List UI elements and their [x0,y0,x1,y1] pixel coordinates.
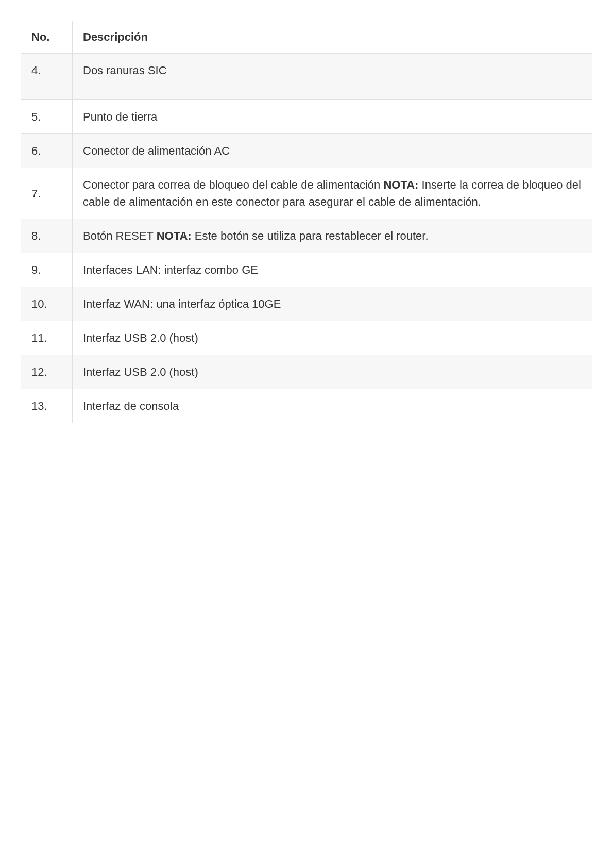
cell-no: 8. [21,219,73,253]
table-row: 4.Dos ranuras SIC [21,54,592,100]
cell-desc: Punto de tierra [73,100,592,134]
desc-text: Conector para correa de bloqueo del cabl… [83,178,383,191]
desc-text: Interfaz USB 2.0 (host) [83,331,198,344]
cell-desc: Interfaces LAN: interfaz combo GE [73,253,592,287]
desc-text: Interfaz USB 2.0 (host) [83,365,198,378]
table-row: 9.Interfaces LAN: interfaz combo GE [21,253,592,287]
desc-text: Conector de alimentación AC [83,144,230,157]
cell-no: 13. [21,389,73,423]
table-row: 6.Conector de alimentación AC [21,134,592,168]
cell-desc: Dos ranuras SIC [73,54,592,100]
table-row: 12.Interfaz USB 2.0 (host) [21,355,592,389]
table-row: 11.Interfaz USB 2.0 (host) [21,321,592,355]
cell-no: 12. [21,355,73,389]
table-row: 10.Interfaz WAN: una interfaz óptica 10G… [21,287,592,321]
header-no: No. [21,21,73,54]
note-label: NOTA: [383,178,418,191]
table-row: 13.Interfaz de consola [21,389,592,423]
desc-text: Dos ranuras SIC [83,64,167,77]
cell-desc: Interfaz de consola [73,389,592,423]
desc-text: Interfaz WAN: una interfaz óptica 10GE [83,297,281,310]
desc-text: Botón RESET [83,229,157,242]
table-row: 5.Punto de tierra [21,100,592,134]
cell-desc: Interfaz WAN: una interfaz óptica 10GE [73,287,592,321]
desc-text: Este botón se utiliza para restablecer e… [192,229,429,242]
header-desc: Descripción [73,21,592,54]
cell-no: 5. [21,100,73,134]
cell-desc: Interfaz USB 2.0 (host) [73,321,592,355]
cell-no: 11. [21,321,73,355]
cell-no: 4. [21,54,73,100]
desc-text: Interfaces LAN: interfaz combo GE [83,263,258,276]
cell-desc: Interfaz USB 2.0 (host) [73,355,592,389]
note-label: NOTA: [157,229,192,242]
table-header-row: No. Descripción [21,21,592,54]
cell-desc: Conector para correa de bloqueo del cabl… [73,168,592,219]
cell-no: 6. [21,134,73,168]
cell-desc: Conector de alimentación AC [73,134,592,168]
cell-no: 10. [21,287,73,321]
cell-desc: Botón RESET NOTA: Este botón se utiliza … [73,219,592,253]
desc-text: Interfaz de consola [83,399,179,412]
cell-no: 7. [21,168,73,219]
cell-no: 9. [21,253,73,287]
description-table: No. Descripción 4.Dos ranuras SIC5.Punto… [21,21,592,423]
table-body: 4.Dos ranuras SIC5.Punto de tierra6.Cone… [21,54,592,423]
table-row: 8.Botón RESET NOTA: Este botón se utiliz… [21,219,592,253]
table-row: 7.Conector para correa de bloqueo del ca… [21,168,592,219]
desc-text: Punto de tierra [83,110,157,123]
